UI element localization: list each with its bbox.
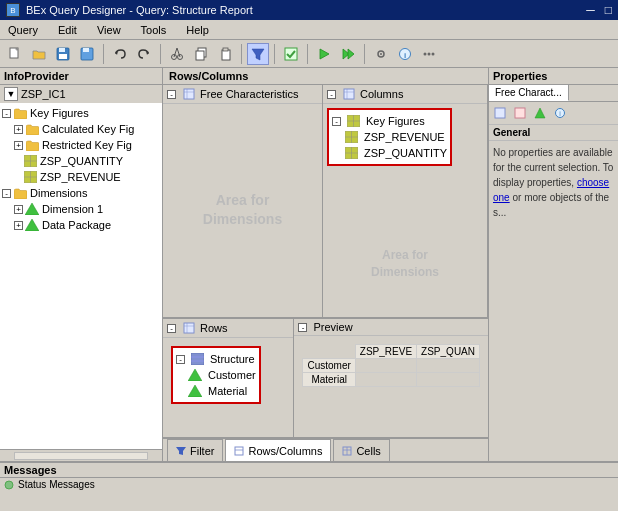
datapkg-expand[interactable]: + [14, 221, 23, 230]
svg-point-20 [380, 53, 382, 55]
provider-selector[interactable]: ▼ ZSP_IC1 [0, 85, 162, 103]
calc-kf-node[interactable]: + Calculated Key Fig [2, 121, 160, 137]
paste-btn[interactable] [214, 43, 236, 65]
bottom-half: - Rows - Structure [163, 317, 488, 437]
rows-content: - Structure Customer [163, 338, 293, 437]
filter-btn[interactable] [247, 43, 269, 65]
zsp-revenue-col-item[interactable]: ZSP_REVENUE [332, 129, 447, 145]
props-btn3[interactable] [531, 104, 549, 122]
minimize-btn[interactable]: ─ [586, 3, 595, 17]
execute2-btn[interactable] [337, 43, 359, 65]
svg-marker-65 [535, 108, 545, 118]
customer-item[interactable]: Customer [176, 367, 256, 383]
rows-columns-content: - Free Characteristics Area forDimension… [163, 85, 488, 317]
redo-btn[interactable] [133, 43, 155, 65]
svg-rect-58 [235, 447, 243, 455]
provider-dropdown-icon[interactable]: ▼ [4, 87, 18, 101]
menu-query[interactable]: Query [4, 23, 42, 37]
svg-marker-57 [176, 447, 186, 455]
preview-expand[interactable]: - [298, 323, 307, 332]
save-btn[interactable] [52, 43, 74, 65]
dimensions-label: Dimensions [30, 187, 87, 199]
sep4 [274, 44, 275, 64]
cells-tab-label: Cells [356, 445, 380, 457]
zsp-revenue-node[interactable]: ZSP_REVENUE [2, 169, 160, 185]
struct-expand[interactable]: - [176, 355, 185, 364]
svg-marker-18 [348, 49, 354, 59]
props-btn2[interactable] [511, 104, 529, 122]
rows-expand[interactable]: - [167, 324, 176, 333]
cut-btn[interactable] [166, 43, 188, 65]
dim1-expand[interactable]: + [14, 205, 23, 214]
preview-header: - Preview [294, 319, 488, 336]
free-char-header: - Free Characteristics [163, 85, 322, 104]
info-btn[interactable]: i [394, 43, 416, 65]
zsp-quantity-col-item[interactable]: ZSP_QUANTITY [332, 145, 447, 161]
zsp-quantity-node[interactable]: ZSP_QUANTITY [2, 153, 160, 169]
props-message2: or more objects of the s... [493, 192, 609, 218]
restricted-kf-node[interactable]: + Restricted Key Fig [2, 137, 160, 153]
dim-expand[interactable]: - [2, 189, 11, 198]
dim1-node[interactable]: + Dimension 1 [2, 201, 160, 217]
svg-rect-12 [222, 50, 230, 60]
menu-view[interactable]: View [93, 23, 125, 37]
execute-btn[interactable] [313, 43, 335, 65]
rows-columns-tab[interactable]: Rows/Columns [225, 439, 331, 461]
app-icon: B [6, 3, 20, 17]
props-content: No properties are available for the curr… [489, 141, 618, 224]
menu-help[interactable]: Help [182, 23, 213, 37]
check-btn[interactable] [280, 43, 302, 65]
dim1-icon [25, 202, 39, 216]
key-figures-node[interactable]: - Key Figures [2, 105, 160, 121]
kf-tree-icon [346, 114, 360, 128]
new-btn[interactable] [4, 43, 26, 65]
svg-rect-13 [223, 48, 228, 51]
kf-columns-box: - Key Figures ZSP_REVENUE [327, 108, 452, 166]
menu-bar: Query Edit View Tools Help [0, 20, 618, 40]
title-text: BEx Query Designer - Query: Structure Re… [26, 4, 253, 16]
restrictkf-expand[interactable]: + [14, 141, 23, 150]
settings-btn[interactable] [370, 43, 392, 65]
filter-tab[interactable]: Filter [167, 439, 223, 461]
zsp-quantity-icon [23, 154, 37, 168]
svg-marker-56 [188, 385, 202, 397]
kf-expand[interactable]: - [2, 109, 11, 118]
sep1 [103, 44, 104, 64]
saveas-btn[interactable] [76, 43, 98, 65]
svg-rect-64 [515, 108, 525, 118]
material-item[interactable]: Material [176, 383, 256, 399]
kf-tree-header[interactable]: - Key Figures [332, 113, 447, 129]
calckf-expand[interactable]: + [14, 125, 23, 134]
data-pkg-node[interactable]: + Data Package [2, 217, 160, 233]
props-tabs: Free Charact... [489, 85, 618, 102]
kf-folder-icon [13, 106, 27, 120]
restrictkf-folder-icon [25, 138, 39, 152]
open-btn[interactable] [28, 43, 50, 65]
maximize-btn[interactable]: □ [605, 3, 612, 17]
restricted-kf-label: Restricted Key Fig [42, 139, 132, 151]
more-btn[interactable] [418, 43, 440, 65]
sep6 [364, 44, 365, 64]
svg-marker-33 [25, 219, 39, 231]
status-messages: Status Messages [0, 478, 618, 491]
columns-panel: - Columns - Key Figures [323, 85, 488, 317]
rows-panel: - Rows - Structure [163, 319, 294, 437]
rows-columns-header: Rows/Columns [163, 68, 488, 85]
columns-expand[interactable]: - [327, 90, 336, 99]
columns-icon [342, 87, 356, 101]
copy-btn[interactable] [190, 43, 212, 65]
preview-label: Preview [313, 321, 352, 333]
customer-icon [188, 368, 202, 382]
svg-rect-63 [495, 108, 505, 118]
cells-tab[interactable]: Cells [333, 439, 389, 461]
dimensions-node[interactable]: - Dimensions [2, 185, 160, 201]
structure-item[interactable]: - Structure [176, 351, 256, 367]
props-btn1[interactable] [491, 104, 509, 122]
props-tab-freechar[interactable]: Free Charact... [489, 85, 569, 101]
menu-tools[interactable]: Tools [137, 23, 171, 37]
props-btn4[interactable]: i [551, 104, 569, 122]
freechar-expand[interactable]: - [167, 90, 176, 99]
menu-edit[interactable]: Edit [54, 23, 81, 37]
kf-tree-expand[interactable]: - [332, 117, 341, 126]
undo-btn[interactable] [109, 43, 131, 65]
